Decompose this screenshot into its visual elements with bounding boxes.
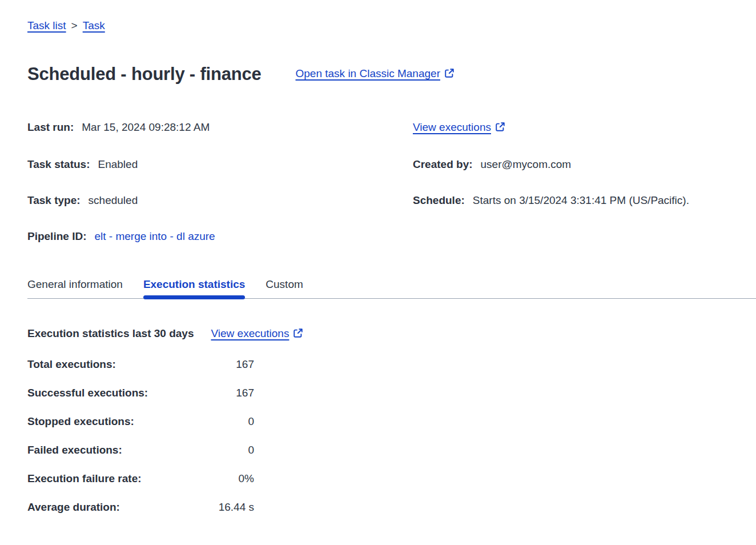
open-classic-manager-link[interactable]: Open task in Classic Manager <box>296 67 455 81</box>
breadcrumb-link-task[interactable]: Task <box>83 19 105 31</box>
tab-custom[interactable]: Custom <box>266 278 303 298</box>
stats-view-executions-link-label: View executions <box>211 327 289 339</box>
breadcrumb-separator: > <box>71 19 78 31</box>
detail-created-by: Created by:user@mycom.com <box>413 158 756 171</box>
task-detail-page: Task list>Task Scheduled - hourly - fina… <box>0 0 756 514</box>
view-executions-link[interactable]: View executions <box>413 121 505 133</box>
title-row: Scheduled - hourly - finance Open task i… <box>27 64 756 85</box>
external-link-icon <box>495 122 505 135</box>
stat-label-execution-failure-rate: Execution failure rate: <box>27 472 190 485</box>
pipeline-id-link[interactable]: elt - merge into - dl azure <box>94 230 215 242</box>
task-type-value: scheduled <box>89 194 138 206</box>
stat-label-stopped-executions: Stopped executions: <box>27 415 190 428</box>
stat-value-successful-executions: 167 <box>190 387 254 399</box>
tab-general-information[interactable]: General information <box>27 278 123 298</box>
breadcrumb-link-task-list[interactable]: Task list <box>27 19 66 31</box>
stat-label-successful-executions: Successful executions: <box>27 387 190 399</box>
task-status-value: Enabled <box>98 158 138 170</box>
page-title: Scheduled - hourly - finance <box>27 64 262 85</box>
pipeline-id-label: Pipeline ID: <box>27 230 86 242</box>
last-run-label: Last run: <box>27 121 74 133</box>
stat-label-total-executions: Total executions: <box>27 358 190 371</box>
detail-pipeline-id: Pipeline ID:elt - merge into - dl azure <box>27 230 413 243</box>
execution-statistics-panel: Execution statistics last 30 days View e… <box>27 327 756 514</box>
stat-value-stopped-executions: 0 <box>190 415 254 428</box>
tab-bar: General information Execution statistics… <box>27 278 756 299</box>
detail-schedule: Schedule:Starts on 3/15/2024 3:31:41 PM … <box>413 194 756 207</box>
detail-view-executions: View executions <box>413 121 756 135</box>
task-type-label: Task type: <box>27 194 81 206</box>
task-details: Last run:Mar 15, 2024 09:28:12 AM View e… <box>27 121 756 243</box>
stat-value-execution-failure-rate: 0% <box>190 472 254 485</box>
external-link-icon <box>293 328 303 341</box>
open-classic-manager-link-label: Open task in Classic Manager <box>296 67 440 79</box>
stat-value-failed-executions: 0 <box>190 444 254 456</box>
stat-label-failed-executions: Failed executions: <box>27 444 190 456</box>
stats-heading: Execution statistics last 30 days <box>27 327 194 340</box>
stats-view-executions-link[interactable]: View executions <box>211 327 303 341</box>
stats-header: Execution statistics last 30 days View e… <box>27 327 756 341</box>
tab-execution-statistics[interactable]: Execution statistics <box>143 278 245 298</box>
stat-value-total-executions: 167 <box>190 358 254 371</box>
view-executions-link-label: View executions <box>413 121 491 133</box>
detail-task-status: Task status:Enabled <box>27 158 413 171</box>
external-link-icon <box>444 68 455 81</box>
detail-last-run: Last run:Mar 15, 2024 09:28:12 AM <box>27 121 413 135</box>
schedule-label: Schedule: <box>413 194 465 206</box>
stat-label-average-duration: Average duration: <box>27 501 190 514</box>
created-by-value: user@mycom.com <box>481 158 572 170</box>
last-run-value: Mar 15, 2024 09:28:12 AM <box>82 121 210 133</box>
task-status-label: Task status: <box>27 158 90 170</box>
schedule-value: Starts on 3/15/2024 3:31:41 PM (US/Pacif… <box>473 194 689 206</box>
detail-task-type: Task type:scheduled <box>27 194 413 207</box>
stat-value-average-duration: 16.44 s <box>190 501 254 514</box>
created-by-label: Created by: <box>413 158 473 170</box>
stats-grid: Total executions: 167 Successful executi… <box>27 358 756 514</box>
breadcrumb: Task list>Task <box>27 19 756 32</box>
